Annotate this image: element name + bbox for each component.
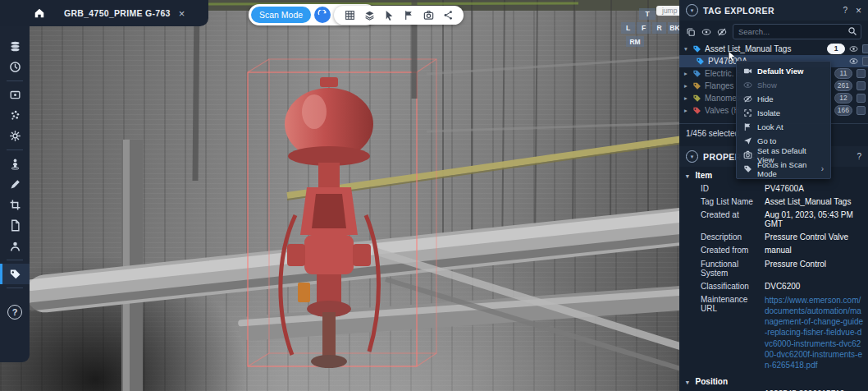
settings-gear-icon[interactable] [0,126,30,146]
menu-item-focus-scan-mode[interactable]: Focus in Scan Mode › [737,162,830,176]
property-value: Pressure Control [765,260,865,278]
eye-icon [743,80,752,90]
chevron-right-icon[interactable]: ▸ [684,94,692,102]
history-clock-icon[interactable] [0,57,30,77]
tree-row-asset-list[interactable]: ▾ Asset List_Manual Tags 1 [679,43,868,55]
menu-item-default-view[interactable]: Default View [737,64,830,78]
eye-off-icon [743,94,752,104]
search-input[interactable] [733,24,861,39]
property-label: Created from [701,246,765,255]
properties-help-icon[interactable]: ? [857,152,861,161]
view-cube-right[interactable]: R [652,22,666,34]
tab-close-icon[interactable]: × [179,7,185,20]
row-checkbox[interactable] [857,94,866,103]
count-badge: 166 [834,105,852,116]
chevron-down-icon: ▾ [686,172,689,180]
view-cube-top[interactable]: T [639,8,656,20]
app-window: ? GRB_4750_PRIME G-763 × Scan Mode 3D Na… [0,0,868,391]
divider [7,150,23,150]
position-section-header[interactable]: ▾ Position [679,373,868,388]
count-badge: 11 [834,68,852,79]
share-icon[interactable] [438,10,458,21]
view-cube-bottom[interactable]: RM [626,36,644,47]
viewport-tools [334,6,464,25]
search-icon [847,26,857,36]
count-badge: 261 [834,80,852,91]
tag-icon [743,164,752,173]
tag-icon [692,44,701,53]
menu-item-isolate[interactable]: Isolate [737,106,830,120]
tag-explorer-close-icon[interactable]: × [856,5,861,16]
isolate-target-icon [743,108,752,117]
hide-all-eye-off-icon[interactable] [717,27,727,37]
measure-pencil-icon[interactable] [0,174,30,195]
chevron-right-icon[interactable]: ▸ [684,82,692,90]
crop-transform-icon[interactable] [0,195,30,215]
collapse-panel-icon[interactable]: ▾ [686,4,698,16]
property-label: Maintenance URL [701,295,765,370]
property-value: DVC6200 [765,282,865,291]
point-cloud-icon[interactable] [0,105,30,126]
row-checkbox[interactable] [857,106,866,115]
chevron-right-icon[interactable]: ▸ [684,70,692,77]
mouse-cursor-icon [727,51,737,62]
chevron-down-icon: ▾ [686,379,689,386]
tag-icon [692,81,701,90]
visibility-eye-icon[interactable] [849,57,858,66]
property-label: Created at [701,210,765,228]
menu-item-look-at[interactable]: Look At [737,120,830,134]
tag-context-menu: Default View Show Hide Isolate Look At G… [736,61,831,179]
grid-icon[interactable] [340,10,359,21]
tag-explorer-toolbar [679,21,868,43]
home-button[interactable] [26,7,53,19]
collapse-panel-icon[interactable]: ▾ [686,150,698,163]
select-cursor-icon[interactable] [379,10,399,21]
menu-item-show[interactable]: Show [737,78,830,92]
scan-mode-button[interactable]: Scan Mode [251,7,311,23]
property-row: DescriptionPressure Control Valve [679,231,868,244]
flag-icon[interactable] [399,10,418,21]
scan-stations-icon[interactable] [0,85,30,105]
show-all-eye-icon[interactable] [701,27,711,37]
property-row-maintenance-url: Maintenance URL https://www.emerson.com/… [679,292,868,373]
tags-tool-icon[interactable] [0,264,30,284]
camera-icon [743,150,752,159]
menu-item-hide[interactable]: Hide [737,92,830,106]
user-icon[interactable] [0,236,30,256]
tag-explorer-title: TAG EXPLORER [703,6,834,16]
document-icon[interactable] [0,215,30,236]
flag-icon [743,122,752,131]
layers-db-icon[interactable] [0,36,30,57]
property-row: Created frommanual [679,244,868,257]
property-value: manual [765,246,865,255]
divider [7,288,23,288]
layers-icon[interactable] [359,10,379,21]
help-icon[interactable]: ? [7,305,22,320]
property-value: Pressure Control Valve [765,232,865,242]
view-cube-left[interactable]: L [621,22,635,34]
row-checkbox[interactable] [862,44,868,53]
view-cube-front[interactable]: F [637,22,651,34]
property-label: ID [701,184,765,193]
copy-tags-icon[interactable] [686,27,696,37]
property-row: ClassificationDVC6200 [679,279,868,292]
property-value: PV47600A [765,184,865,193]
row-checkbox[interactable] [862,57,868,66]
chevron-right-icon[interactable]: ▸ [684,107,692,114]
tag-explorer-help-icon[interactable]: ? [843,6,847,15]
maintenance-url-link[interactable]: https://www.emerson.com/documents/automa… [765,295,865,370]
camera-icon[interactable] [418,10,438,21]
mode-sync-icon[interactable] [314,7,331,23]
row-checkbox[interactable] [857,69,866,78]
tag-icon [692,106,701,115]
property-row: Created atAug 01, 2023, 05:43 PM GMT [679,208,868,230]
visibility-eye-icon[interactable] [849,44,858,53]
chevron-down-icon[interactable]: ▾ [684,45,692,53]
tag-icon [692,94,701,103]
row-checkbox[interactable] [857,81,866,90]
scene-tab-title[interactable]: GRB_4750_PRIME G-763 [64,8,171,18]
street-view-icon[interactable] [0,154,30,174]
tab-bar: GRB_4750_PRIME G-763 × [0,0,208,26]
property-label: Description [701,232,765,242]
property-label: Functional System [701,260,765,278]
